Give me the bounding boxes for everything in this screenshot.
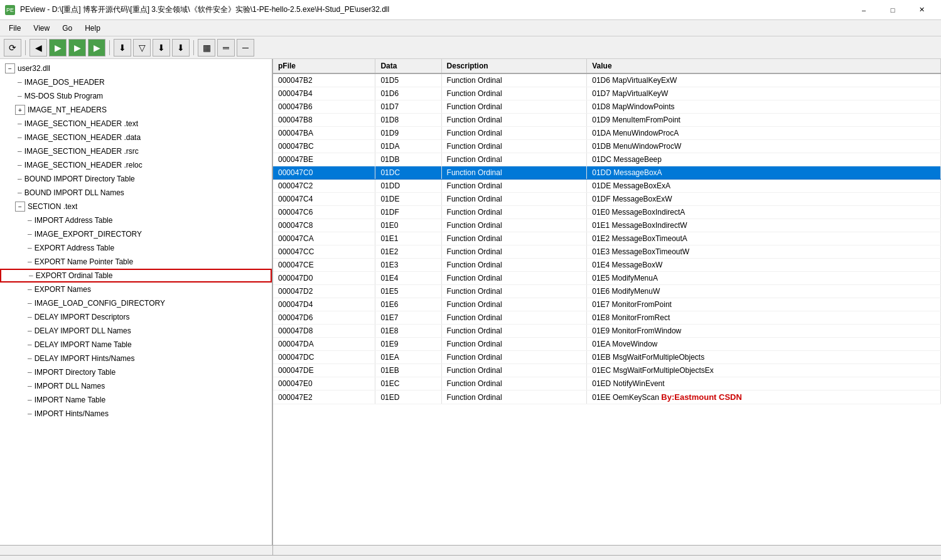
cell-description: Function Ordinal <box>441 166 587 180</box>
cell-data: 01D5 <box>375 73 441 87</box>
table-row[interactable]: 000047BE01DBFunction Ordinal01DC Message… <box>273 153 941 166</box>
tree-item-export-ordinal[interactable]: –EXPORT Ordinal Table <box>0 269 272 283</box>
menu-item-view[interactable]: View <box>27 21 56 35</box>
tree-scroll-h[interactable] <box>0 546 273 555</box>
table-row[interactable]: 000047C201DDFunction Ordinal01DE Message… <box>273 180 941 193</box>
table-row[interactable]: 000047C801E0Function Ordinal01E1 Message… <box>273 219 941 232</box>
tree-item-import-addr-table[interactable]: –IMPORT Address Table <box>0 213 272 227</box>
tree-expand-icon[interactable]: + <box>15 105 25 115</box>
tree-expand-icon[interactable]: − <box>5 63 15 73</box>
col-pfile: pFile <box>273 59 375 73</box>
toolbar-sep2-btn[interactable]: ─ <box>237 39 254 57</box>
table-row[interactable]: 000047B201D5Function Ordinal01D6 MapVirt… <box>273 73 941 87</box>
table-row[interactable]: 000047E201EDFunction Ordinal01EE OemKeyS… <box>273 390 941 404</box>
table-row[interactable]: 000047C001DCFunction Ordinal01DD Message… <box>273 166 941 180</box>
tree-dash: – <box>29 271 33 280</box>
cell-data: 01D9 <box>375 127 441 140</box>
table-row[interactable]: 000047DE01EBFunction Ordinal01EC MsgWait… <box>273 364 941 377</box>
tree-item-root[interactable]: −user32.dll <box>0 62 272 75</box>
table-row[interactable]: 000047D801E8Function Ordinal01E9 Monitor… <box>273 325 941 338</box>
toolbar-down1-btn[interactable]: ⬇ <box>114 39 131 57</box>
tree-item-label: IMPORT DLL Names <box>35 382 105 390</box>
table-row[interactable]: 000047D001E4Function Ordinal01E5 ModifyM… <box>273 272 941 285</box>
table-panel: pFile Data Description Value 000047B201D… <box>273 59 941 545</box>
table-row[interactable]: 000047CA01E1Function Ordinal01E2 Message… <box>273 232 941 245</box>
table-row[interactable]: 000047BC01DAFunction Ordinal01DB MenuWin… <box>273 140 941 153</box>
cell-description: Function Ordinal <box>441 377 587 390</box>
cell-data: 01D7 <box>375 100 441 114</box>
minimize-button[interactable]: – <box>849 0 878 20</box>
cell-value: 01DE MessageBoxExA <box>587 180 941 193</box>
table-row[interactable]: 000047B601D7Function Ordinal01D8 MapWind… <box>273 100 941 114</box>
tree-item-import-hints[interactable]: –IMPORT Hints/Names <box>0 407 272 421</box>
toolbar-forward-btn[interactable]: ▶ <box>88 39 105 57</box>
toolbar-sep1-btn[interactable]: ═ <box>217 39 235 57</box>
tree-item-dos-header[interactable]: –IMAGE_DOS_HEADER <box>0 75 272 89</box>
menu-item-go[interactable]: Go <box>56 21 78 35</box>
toolbar-back1-btn[interactable]: ◀ <box>30 39 47 57</box>
tree-item-section-data[interactable]: –IMAGE_SECTION_HEADER .data <box>0 131 272 144</box>
tree-item-section-text[interactable]: –IMAGE_SECTION_HEADER .text <box>0 117 272 131</box>
table-row[interactable]: 000047D201E5Function Ordinal01E6 ModifyM… <box>273 285 941 298</box>
tree-item-delay-import-name[interactable]: –DELAY IMPORT Name Table <box>0 338 272 352</box>
tree-expand-icon[interactable]: − <box>15 202 25 212</box>
tree-item-delay-import-hints[interactable]: –DELAY IMPORT Hints/Names <box>0 352 272 365</box>
tree-item-label: MS-DOS Stub Program <box>24 92 103 100</box>
tree-item-load-config[interactable]: –IMAGE_LOAD_CONFIG_DIRECTORY <box>0 296 272 310</box>
tree-dash: – <box>28 382 32 390</box>
cell-description: Function Ordinal <box>441 73 587 87</box>
tree-item-import-name-table[interactable]: –IMPORT Name Table <box>0 393 272 407</box>
toolbar-grid-btn[interactable]: ▦ <box>198 39 215 57</box>
tree-item-section-reloc[interactable]: –IMAGE_SECTION_HEADER .reloc <box>0 158 272 172</box>
tree-item-import-dir-table[interactable]: –IMPORT Directory Table <box>0 365 272 379</box>
toolbar-down4-btn[interactable]: ⬇ <box>172 39 190 57</box>
tree-item-nt-headers[interactable]: +IMAGE_NT_HEADERS <box>0 103 272 117</box>
tree-item-section-rsrc[interactable]: –IMAGE_SECTION_HEADER .rsrc <box>0 144 272 158</box>
tree-item-bound-import-dir[interactable]: –BOUND IMPORT Directory Table <box>0 172 272 186</box>
menu-item-file[interactable]: File <box>3 21 27 35</box>
table-row[interactable]: 000047CC01E2Function Ordinal01E3 Message… <box>273 245 941 259</box>
table-body: 000047B201D5Function Ordinal01D6 MapVirt… <box>273 73 941 404</box>
table-row[interactable]: 000047DC01EAFunction Ordinal01EB MsgWait… <box>273 351 941 364</box>
tree-item-bound-import-dll[interactable]: –BOUND IMPORT DLL Names <box>0 186 272 200</box>
cell-value: 01EC MsgWaitForMultipleObjectsEx <box>587 364 941 377</box>
tree-item-import-dll-names[interactable]: –IMPORT DLL Names <box>0 379 272 393</box>
cell-data: 01E3 <box>375 259 441 272</box>
toolbar-back3-btn[interactable]: ▶ <box>68 39 86 57</box>
tree-item-export-addr-table[interactable]: –EXPORT Address Table <box>0 241 272 255</box>
toolbar-down2-btn[interactable]: ▽ <box>133 39 151 57</box>
tree-item-delay-import-desc[interactable]: –DELAY IMPORT Descriptors <box>0 310 272 324</box>
tree-item-label: IMAGE_SECTION_HEADER .text <box>24 119 138 128</box>
table-row[interactable]: 000047DA01E9Function Ordinal01EA MoveWin… <box>273 338 941 351</box>
table-wrapper[interactable]: pFile Data Description Value 000047B201D… <box>273 59 941 545</box>
tree-item-delay-import-dll[interactable]: –DELAY IMPORT DLL Names <box>0 324 272 338</box>
tree-item-export-name-ptr[interactable]: –EXPORT Name Pointer Table <box>0 255 272 269</box>
table-row[interactable]: 000047C601DFFunction Ordinal01E0 Message… <box>273 206 941 219</box>
tree-item-export-names[interactable]: –EXPORT Names <box>0 283 272 296</box>
toolbar-back2-btn[interactable]: ▶ <box>49 39 67 57</box>
tree-item-msdos-stub[interactable]: –MS-DOS Stub Program <box>0 89 272 103</box>
cell-value: 01E2 MessageBoxTimeoutA <box>587 232 941 245</box>
menu-item-help[interactable]: Help <box>78 21 107 35</box>
toolbar-separator3 <box>193 40 194 55</box>
table-row[interactable]: 000047D401E6Function Ordinal01E7 Monitor… <box>273 298 941 311</box>
toolbar-down3-btn[interactable]: ⬇ <box>153 39 170 57</box>
table-row[interactable]: 000047CE01E3Function Ordinal01E4 Message… <box>273 259 941 272</box>
table-row[interactable]: 000047C401DEFunction Ordinal01DF Message… <box>273 193 941 206</box>
tree-item-section-text-node[interactable]: −SECTION .text <box>0 200 272 213</box>
tree-item-label: IMAGE_LOAD_CONFIG_DIRECTORY <box>35 299 165 308</box>
toolbar-refresh-btn[interactable]: ⟳ <box>4 39 21 57</box>
tree-item-export-dir[interactable]: –IMAGE_EXPORT_DIRECTORY <box>0 227 272 241</box>
table-row[interactable]: 000047B801D8Function Ordinal01D9 MenuIte… <box>273 114 941 127</box>
table-row[interactable]: 000047D601E7Function Ordinal01E8 Monitor… <box>273 311 941 325</box>
table-row[interactable]: 000047B401D6Function Ordinal01D7 MapVirt… <box>273 87 941 100</box>
maximize-button[interactable]: □ <box>878 0 907 20</box>
cell-pfile: 000047B2 <box>273 73 375 87</box>
table-scroll-h[interactable] <box>273 546 941 555</box>
table-row[interactable]: 000047BA01D9Function Ordinal01DA MenuWin… <box>273 127 941 140</box>
tree-item-label: user32.dll <box>18 64 50 73</box>
close-button[interactable]: ✕ <box>907 0 936 20</box>
table-row[interactable]: 000047E001ECFunction Ordinal01ED NotifyW… <box>273 377 941 390</box>
app-icon: PE <box>5 5 15 15</box>
cell-value: 01EB MsgWaitForMultipleObjects <box>587 351 941 364</box>
